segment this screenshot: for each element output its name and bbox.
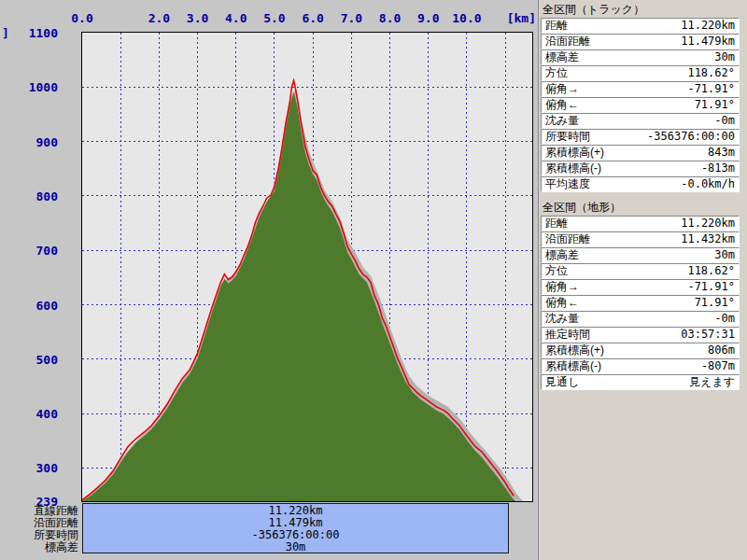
panel-row-label: 沿面距離 — [545, 35, 590, 49]
panel-row-label: 方位 — [545, 66, 568, 80]
panel-row-value: -356376:00:00 — [647, 130, 735, 144]
panel-row-value: 118.62° — [687, 264, 735, 278]
panel-track-title: 全区間（トラック） — [541, 2, 740, 18]
x-tick-label: 0.0 — [65, 11, 99, 25]
panel-row-label: 見通し — [545, 375, 579, 389]
panel-row[interactable]: 平均速度-0.0km/h — [541, 176, 740, 192]
panel-row[interactable]: 俯角→-71.91° — [541, 81, 740, 97]
x-tick-label: 5.0 — [258, 11, 291, 25]
panel-row[interactable]: 累積標高(-)-813m — [541, 161, 740, 176]
panel-row-label: 累積標高(+) — [545, 146, 604, 160]
panel-row[interactable]: 標高差30m — [541, 49, 740, 65]
summary-bar: 11.220km11.479km-356376:00:0030m — [82, 503, 509, 553]
panel-row-label: 俯角← — [545, 296, 579, 310]
panel-row-value: 118.62° — [687, 66, 735, 80]
stats-panel: 全区間（トラック） 距離11.220km沿面距離11.479km標高差30m方位… — [538, 0, 747, 560]
panel-row[interactable]: 俯角→-71.91° — [541, 279, 740, 295]
x-tick-label: 2.0 — [142, 11, 176, 25]
panel-terrain-section: 全区間（地形） 距離11.220km沿面距離11.432km標高差30m方位11… — [541, 200, 740, 390]
elevation-plot[interactable] — [81, 32, 533, 502]
panel-row-value: 11.220km — [681, 19, 735, 33]
x-tick-label: 3.0 — [181, 11, 215, 25]
y-tick-label: 1000 — [6, 80, 58, 94]
panel-row[interactable]: 沈み量-0m — [541, 311, 740, 327]
summary-value: 11.479km — [83, 516, 508, 528]
panel-row-value: 11.432km — [681, 232, 735, 246]
panel-row[interactable]: 累積標高(+)843m — [541, 145, 740, 161]
panel-row-value: 見えます — [689, 375, 735, 389]
panel-row-value: -0m — [714, 114, 735, 128]
panel-row-label: 方位 — [545, 264, 568, 278]
summary-labels: 直線距離沿面距離所要時間標高差 — [0, 505, 78, 553]
panel-row-label: 累積標高(-) — [545, 161, 601, 175]
x-tick-label: 4.0 — [219, 11, 253, 25]
panel-row-value: 71.91° — [695, 296, 735, 310]
panel-row-value: -0m — [714, 312, 735, 326]
panel-row[interactable]: 標高差30m — [541, 247, 740, 263]
summary-value: 11.220km — [83, 504, 508, 516]
y-tick-label: 800 — [6, 189, 58, 203]
x-tick-label: 7.0 — [334, 11, 368, 25]
panel-track-rows: 距離11.220km沿面距離11.479km標高差30m方位118.62°俯角→… — [541, 18, 740, 192]
panel-row-label: 累積標高(+) — [545, 343, 604, 357]
panel-row-value: -71.91° — [687, 280, 735, 294]
panel-row[interactable]: 距離11.220km — [541, 18, 740, 34]
y-tick-label: 239 — [6, 495, 58, 509]
panel-row[interactable]: 距離11.220km — [541, 216, 740, 231]
panel-row[interactable]: 方位118.62° — [541, 263, 740, 279]
panel-row[interactable]: 沈み量-0m — [541, 113, 740, 129]
panel-row-label: 所要時間 — [545, 130, 590, 144]
panel-row[interactable]: 俯角←71.91° — [541, 295, 740, 311]
panel-row-value: -71.91° — [687, 82, 735, 96]
panel-row-value: -807m — [701, 359, 735, 373]
y-tick-label: 1100 — [6, 26, 58, 40]
panel-row[interactable]: 見通し見えます — [541, 374, 740, 390]
panel-terrain-rows: 距離11.220km沿面距離11.432km標高差30m方位118.62°俯角→… — [541, 216, 740, 390]
panel-row-value: 806m — [708, 343, 735, 357]
y-tick-label: 300 — [6, 461, 58, 475]
x-tick-label: 10.0 — [450, 11, 484, 25]
panel-row-label: 俯角→ — [545, 280, 579, 294]
panel-row[interactable]: 沿面距離11.479km — [541, 34, 740, 49]
elevation-profile-window: ] [km] 直線距離沿面距離所要時間標高差 11.220km11.479km-… — [0, 0, 747, 560]
panel-row-label: 俯角→ — [545, 82, 579, 96]
panel-row-label: 沿面距離 — [545, 232, 590, 246]
elevation-plot-svg — [82, 33, 532, 501]
panel-row-label: 累積標高(-) — [545, 359, 601, 373]
x-tick-label: 9.0 — [412, 11, 445, 25]
chart-region: ] [km] 直線距離沿面距離所要時間標高差 11.220km11.479km-… — [0, 0, 538, 560]
panel-row[interactable]: 俯角←71.91° — [541, 97, 740, 113]
y-tick-label: 400 — [6, 407, 58, 421]
panel-row-label: 推定時間 — [545, 328, 590, 342]
panel-row[interactable]: 沿面距離11.432km — [541, 231, 740, 247]
y-tick-label: 700 — [6, 244, 58, 258]
summary-value: -356376:00:00 — [83, 528, 508, 540]
panel-row-label: 沈み量 — [545, 114, 579, 128]
panel-row-label: 俯角← — [545, 98, 579, 112]
panel-row-value: 843m — [708, 146, 735, 160]
panel-row-value: -0.0km/h — [681, 177, 735, 191]
panel-row-label: 標高差 — [545, 248, 579, 262]
x-tick-label: 6.0 — [296, 11, 330, 25]
panel-row-label: 標高差 — [545, 50, 579, 64]
y-tick-label: 600 — [6, 299, 58, 313]
panel-row[interactable]: 所要時間-356376:00:00 — [541, 129, 740, 145]
x-tick-label: 8.0 — [374, 11, 407, 25]
panel-row[interactable]: 推定時間03:57:31 — [541, 327, 740, 343]
x-axis-unit: [km] — [500, 11, 536, 25]
summary-value: 30m — [83, 540, 508, 553]
panel-row-value: -813m — [701, 161, 735, 175]
panel-row[interactable]: 累積標高(-)-807m — [541, 358, 740, 374]
panel-row-value: 71.91° — [695, 98, 735, 112]
panel-row-value: 30m — [714, 248, 735, 262]
panel-row[interactable]: 累積標高(+)806m — [541, 343, 740, 358]
panel-row-value: 03:57:31 — [681, 328, 735, 342]
summary-label: 標高差 — [0, 541, 78, 553]
panel-row[interactable]: 方位118.62° — [541, 65, 740, 81]
panel-terrain-title: 全区間（地形） — [541, 200, 740, 216]
y-tick-label: 900 — [6, 135, 58, 149]
panel-row-label: 距離 — [545, 19, 568, 33]
panel-track-section: 全区間（トラック） 距離11.220km沿面距離11.479km標高差30m方位… — [541, 2, 740, 192]
panel-row-label: 平均速度 — [545, 177, 590, 191]
y-tick-label: 500 — [6, 353, 58, 367]
